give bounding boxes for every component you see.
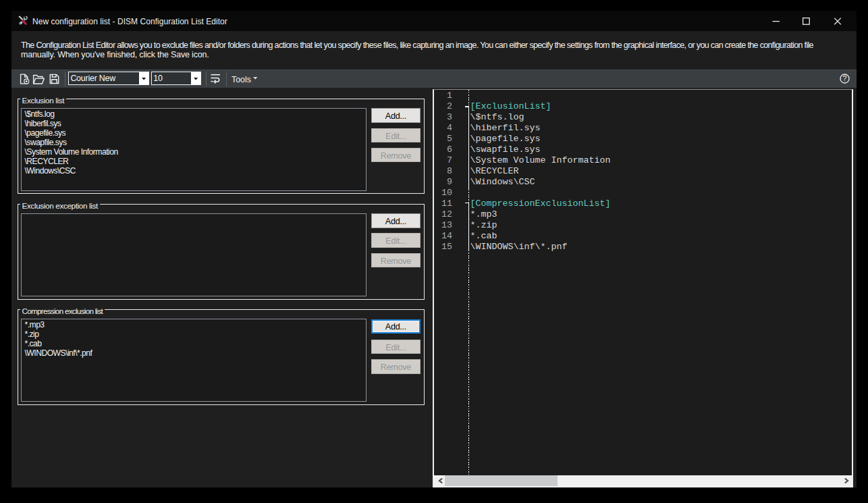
svg-text:?: ? xyxy=(842,74,846,82)
